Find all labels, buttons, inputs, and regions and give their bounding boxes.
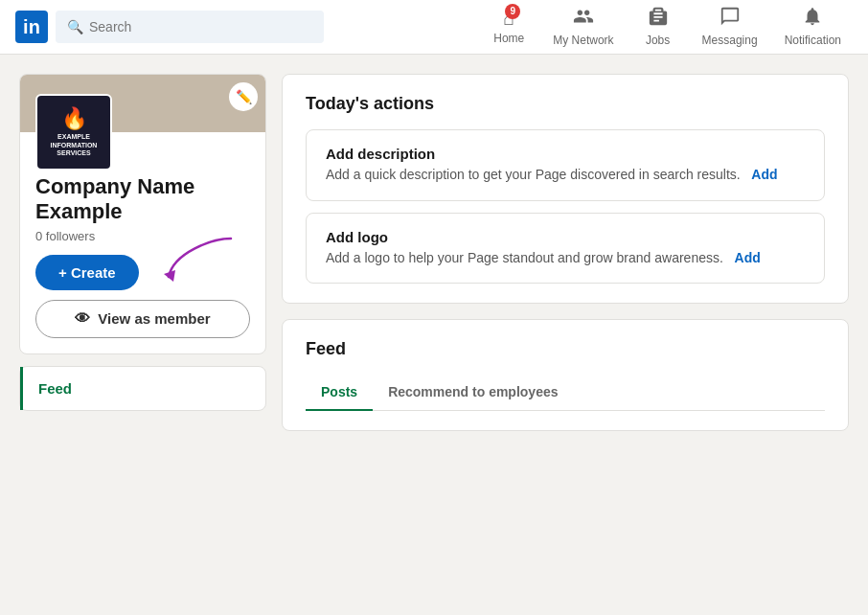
company-name: Company Name Example: [35, 174, 250, 225]
search-icon: 🔍: [67, 19, 83, 34]
add-description-link[interactable]: Add: [751, 167, 777, 182]
profile-banner: ✏️ 🔥 EXAMPLE INFORMATION SERVICES: [20, 75, 265, 132]
add-logo-title: Add logo: [326, 229, 805, 245]
svg-marker-0: [164, 270, 175, 282]
create-button[interactable]: + Create: [35, 255, 139, 290]
search-input[interactable]: [89, 19, 312, 34]
add-logo-text: Add a logo to help your Page standout an…: [326, 249, 805, 268]
nav-item-messaging[interactable]: Messaging: [691, 0, 769, 55]
add-description-title: Add description: [326, 146, 805, 162]
notifications-icon: [802, 6, 823, 32]
view-as-member-button[interactable]: 👁 View as member: [35, 300, 250, 338]
followers-count: 0 followers: [35, 229, 250, 243]
logo-text: EXAMPLE INFORMATION SERVICES: [37, 133, 110, 157]
feed-navigation: Feed: [19, 366, 266, 411]
nav-label-home: Home: [493, 32, 524, 45]
feed-card: Feed Posts Recommend to employees: [282, 319, 849, 431]
tab-posts[interactable]: Posts: [306, 375, 373, 411]
top-navigation: in 🔍 ⌂ 9 Home My Network Jobs: [0, 0, 868, 55]
nav-label-jobs: Jobs: [646, 34, 670, 47]
jobs-icon: [648, 6, 669, 32]
eye-icon: 👁: [75, 310, 90, 328]
nav-item-mynetwork[interactable]: My Network: [541, 0, 625, 55]
add-logo-item: Add logo Add a logo to help your Page st…: [306, 213, 825, 285]
nav-label-mynetwork: My Network: [553, 34, 613, 47]
sidebar: ✏️ 🔥 EXAMPLE INFORMATION SERVICES Compan…: [19, 74, 266, 596]
add-description-item: Add description Add a quick description …: [306, 129, 825, 201]
view-member-label: View as member: [98, 310, 210, 327]
search-bar[interactable]: 🔍: [56, 11, 324, 43]
feed-tabs: Posts Recommend to employees: [306, 375, 825, 411]
add-description-text: Add a quick description to get your Page…: [326, 166, 805, 185]
todays-actions-card: Today's actions Add description Add a qu…: [282, 74, 849, 304]
add-logo-link[interactable]: Add: [735, 250, 761, 265]
messaging-icon: [720, 6, 741, 32]
nav-item-notifications[interactable]: Notification: [773, 0, 853, 55]
my-network-icon: [573, 6, 594, 32]
home-badge: 9: [505, 4, 520, 19]
nav-items: ⌂ 9 Home My Network Jobs Messaging: [480, 0, 853, 55]
actions-title: Today's actions: [306, 94, 825, 114]
nav-label-notifications: Notification: [785, 34, 841, 47]
nav-item-home[interactable]: ⌂ 9 Home: [480, 2, 537, 53]
right-content: Today's actions Add description Add a qu…: [282, 74, 849, 596]
main-layout: ✏️ 🔥 EXAMPLE INFORMATION SERVICES Compan…: [0, 55, 868, 615]
company-logo: 🔥 EXAMPLE INFORMATION SERVICES: [35, 94, 112, 171]
feed-title: Feed: [306, 339, 825, 359]
nav-item-jobs[interactable]: Jobs: [629, 0, 687, 55]
nav-label-messaging: Messaging: [702, 34, 758, 47]
profile-card: ✏️ 🔥 EXAMPLE INFORMATION SERVICES Compan…: [19, 74, 266, 354]
edit-banner-button[interactable]: ✏️: [229, 82, 258, 111]
home-icon: ⌂ 9: [503, 8, 514, 30]
linkedin-logo[interactable]: in: [15, 11, 48, 43]
flame-icon: 🔥: [61, 106, 87, 131]
tab-recommend[interactable]: Recommend to employees: [373, 375, 573, 411]
feed-nav-item[interactable]: Feed: [20, 367, 265, 410]
